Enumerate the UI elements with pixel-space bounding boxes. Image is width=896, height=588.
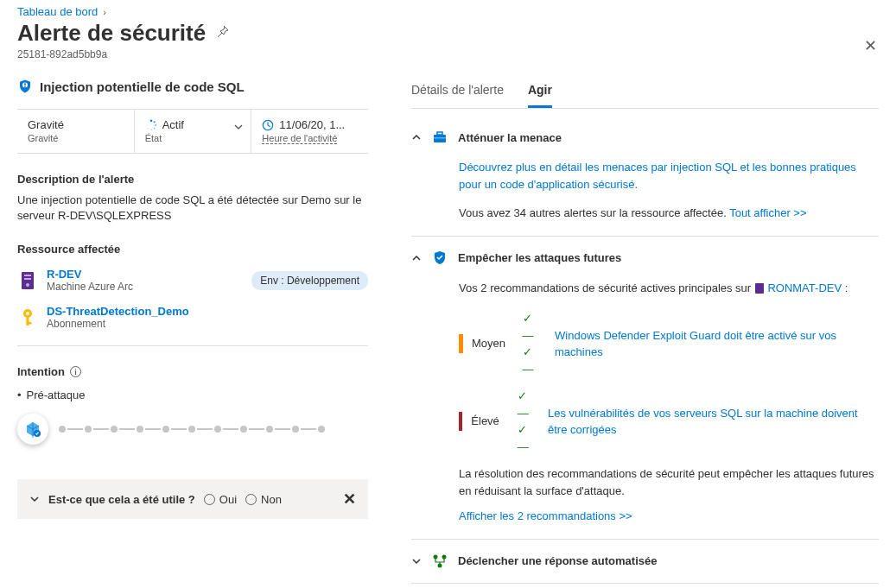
section-mitigate: Atténuer la menace Découvrez plus en dét… — [411, 116, 879, 237]
tabs: Détails de l'alerte Agir — [411, 78, 879, 109]
info-icon[interactable]: i — [70, 366, 81, 377]
recommendation-row[interactable]: Moyen ✓—✓— Windows Defender Exploit Guar… — [459, 310, 879, 377]
section-prevent: Empêcher les attaques futures Vos 2 reco… — [411, 237, 879, 540]
key-icon — [17, 307, 38, 328]
resource-name[interactable]: R-DEV — [47, 268, 133, 281]
svg-point-7 — [150, 129, 152, 130]
svg-point-26 — [442, 554, 447, 559]
svg-point-6 — [153, 127, 155, 129]
chevron-down-icon[interactable] — [233, 122, 244, 132]
resource-type: Machine Azure Arc — [47, 281, 133, 293]
svg-point-4 — [153, 121, 155, 123]
clock-icon — [262, 119, 274, 131]
affected-heading: Ressource affectée — [17, 243, 368, 256]
resource-link[interactable]: RONMAT-DEV — [767, 281, 842, 294]
svg-rect-22 — [437, 132, 442, 135]
prevent-note: La résolution des recommandations de séc… — [459, 465, 879, 499]
feedback-question: Est-ce que cela a été utile ? — [48, 493, 195, 506]
svg-point-5 — [155, 124, 156, 126]
server-icon — [754, 282, 765, 294]
shield-check-icon — [432, 250, 448, 266]
more-alerts-text: Vous avez 34 autres alertes sur la resso… — [459, 206, 729, 219]
svg-point-8 — [147, 127, 148, 128]
recommendation-row[interactable]: Élevé ✓—✓— Les vulnérabilités de vos ser… — [459, 388, 879, 455]
svg-point-15 — [26, 283, 29, 287]
state-cell[interactable]: Actif État — [135, 110, 252, 153]
feedback-bar: Est-ce que cela a été utile ? Oui Non ✕ — [17, 479, 368, 519]
svg-rect-14 — [24, 278, 31, 280]
server-icon — [17, 270, 38, 291]
severity-bar — [459, 334, 463, 353]
show-all-link[interactable]: Tout afficher >> — [729, 206, 806, 219]
recommendation-link[interactable]: Les vulnérabilités de vos serveurs SQL s… — [548, 405, 879, 439]
svg-point-25 — [434, 554, 438, 559]
feedback-no[interactable]: Non — [245, 493, 282, 506]
description-text: Une injection potentielle de code SQL a … — [17, 193, 368, 224]
tab-act[interactable]: Agir — [528, 78, 552, 108]
checklist-icon: ✓—✓— — [523, 310, 539, 377]
feedback-yes[interactable]: Oui — [204, 493, 237, 506]
chevron-up-icon — [411, 253, 422, 263]
severity-cell: Gravité Gravité — [17, 110, 135, 153]
svg-point-9 — [146, 124, 147, 125]
page-title: Alerte de sécurité — [17, 20, 206, 47]
workflow-icon — [432, 553, 448, 569]
close-icon[interactable]: ✕ — [343, 490, 356, 509]
close-icon[interactable]: ✕ — [864, 36, 877, 55]
recommendation-link[interactable]: Windows Defender Exploit Guard doit être… — [555, 327, 879, 361]
svg-point-3 — [149, 119, 152, 122]
toolbox-icon — [432, 130, 448, 145]
resource-name[interactable]: DS-ThreatDetection_Demo — [47, 305, 189, 318]
affected-resource[interactable]: DS-ThreatDetection_Demo Abonnement — [17, 305, 368, 330]
pin-icon[interactable] — [216, 25, 230, 41]
show-recommendations-link[interactable]: Afficher les 2 recommandations >> — [459, 508, 879, 525]
svg-point-17 — [26, 312, 29, 315]
svg-rect-13 — [24, 275, 31, 276]
shield-icon — [17, 78, 33, 95]
section-suppress: Supprimer les alertes similaires (préver… — [411, 584, 879, 589]
time-cell: 11/06/20, 1... Heure de l'activité — [251, 110, 368, 153]
svg-rect-1 — [24, 83, 26, 85]
severity-label: Moyen — [472, 335, 514, 352]
description-heading: Description de l'alerte — [17, 173, 368, 186]
cube-icon[interactable] — [17, 414, 48, 445]
alert-name: Injection potentielle de code SQL — [40, 79, 245, 94]
affected-resource[interactable]: R-DEV Machine Azure Arc Env : Développem… — [17, 268, 368, 293]
tab-details[interactable]: Détails de l'alerte — [411, 78, 504, 108]
mitigate-learn-link[interactable]: Découvrez plus en détail les menaces par… — [459, 159, 879, 193]
severity-bar — [459, 412, 462, 431]
section-header[interactable]: Déclencher une réponse automatisée — [411, 553, 879, 569]
breadcrumb-root[interactable]: Tableau de bord — [17, 5, 98, 18]
svg-rect-23 — [434, 137, 446, 139]
chevron-right-icon: › — [103, 7, 106, 17]
intent-stage: Pré-attaque — [17, 389, 368, 401]
section-header[interactable]: Atténuer la menace — [411, 130, 879, 145]
svg-point-27 — [438, 563, 442, 567]
svg-point-10 — [147, 121, 148, 122]
environment-badge: Env : Développement — [251, 271, 368, 290]
intent-timeline — [17, 414, 368, 445]
severity-label: Élevé — [471, 413, 508, 430]
section-header[interactable]: Empêcher les attaques futures — [411, 250, 879, 266]
checklist-icon: ✓—✓— — [518, 388, 532, 455]
chevron-down-icon[interactable] — [29, 494, 40, 504]
svg-rect-19 — [27, 322, 32, 325]
svg-rect-24 — [755, 283, 764, 294]
resource-type: Abonnement — [47, 318, 189, 330]
section-automate: Déclencher une réponse automatisée — [411, 540, 879, 584]
chevron-down-icon — [411, 556, 422, 566]
intent-heading: Intention i — [17, 365, 368, 378]
status-row: Gravité Gravité Actif État 11/06/20, 1..… — [17, 109, 368, 154]
alert-id: 25181-892ad5bb9a — [17, 48, 879, 60]
chevron-up-icon — [411, 132, 422, 142]
loading-icon — [145, 119, 157, 131]
svg-rect-2 — [24, 86, 26, 88]
breadcrumb[interactable]: Tableau de bord › — [17, 5, 879, 18]
